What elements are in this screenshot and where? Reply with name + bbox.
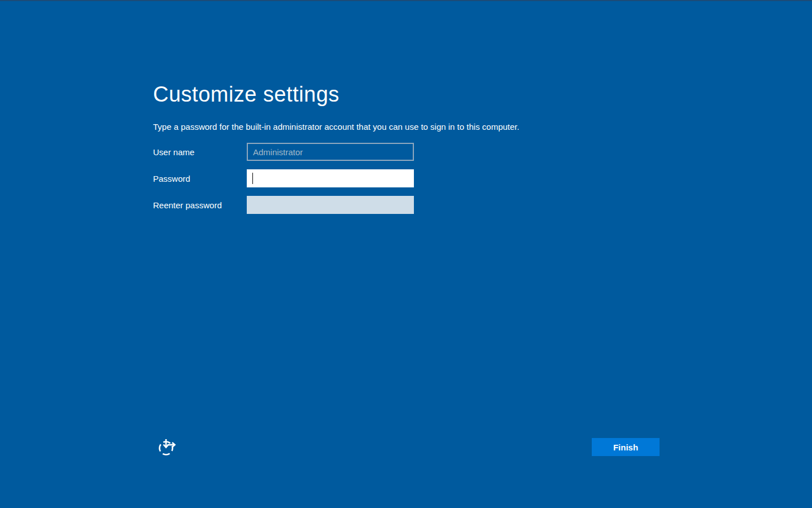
password-label: Password — [153, 174, 247, 183]
password-input[interactable] — [247, 169, 414, 187]
username-input[interactable] — [247, 143, 414, 161]
reenter-password-field-wrap — [247, 196, 414, 214]
oobe-customize-settings-screen: { "page": { "title": "Customize settings… — [0, 0, 812, 508]
reenter-password-label: Reenter password — [153, 200, 247, 210]
username-label: User name — [153, 147, 247, 157]
ease-of-access-icon — [158, 437, 177, 457]
username-row: User name — [153, 143, 414, 161]
page-title: Customize settings — [153, 82, 339, 107]
username-field-wrap — [247, 143, 414, 161]
ease-of-access-button[interactable] — [157, 437, 177, 457]
finish-button[interactable]: Finish — [592, 438, 660, 456]
footer-bar: Finish — [0, 437, 812, 457]
password-field-wrap — [247, 169, 414, 187]
page-subtitle: Type a password for the built-in adminis… — [153, 122, 519, 132]
top-edge-strip — [0, 0, 812, 1]
reenter-password-input[interactable] — [247, 196, 414, 214]
reenter-password-row: Reenter password — [153, 196, 414, 214]
password-row: Password — [153, 169, 414, 187]
